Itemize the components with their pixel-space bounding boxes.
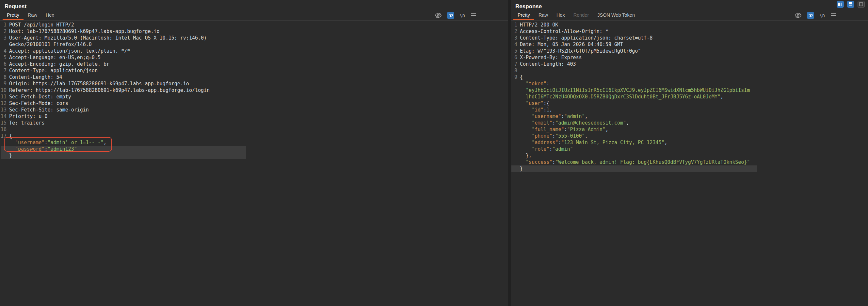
request-panel: Request Pretty Raw Hex bbox=[0, 0, 508, 306]
code-line: 4Accept: application/json, text/plain, *… bbox=[1, 48, 508, 54]
line-number bbox=[512, 152, 520, 159]
line-number: 13 bbox=[1, 107, 9, 113]
code-line: 10Referer: https://lab-1767588280691-k69… bbox=[1, 87, 508, 93]
line-number bbox=[512, 93, 520, 100]
line-number bbox=[1, 139, 9, 146]
response-tab-render: Render bbox=[569, 10, 593, 20]
code-line: 1POST /api/login HTTP/2 bbox=[1, 22, 508, 28]
line-number: 5 bbox=[1, 54, 9, 61]
code-line: "id":1, bbox=[512, 107, 868, 113]
code-line: 8 bbox=[512, 67, 868, 74]
code-line: 1HTTP/2 200 OK bbox=[512, 22, 868, 28]
request-editor[interactable]: 1POST /api/login HTTP/22Host: lab-176758… bbox=[0, 21, 508, 306]
code-line: 17{ bbox=[1, 133, 508, 139]
line-number: 2 bbox=[1, 28, 9, 35]
line-number: 9 bbox=[512, 74, 520, 80]
line-number bbox=[512, 139, 520, 146]
layout-stacked-icon[interactable] bbox=[858, 1, 865, 8]
layout-columns-icon[interactable] bbox=[837, 1, 844, 8]
pane-divider[interactable] bbox=[508, 0, 511, 306]
line-number: 7 bbox=[512, 61, 520, 67]
line-number bbox=[512, 107, 520, 113]
newline-toggle[interactable]: \n bbox=[819, 13, 825, 18]
code-line: "username":"admin", bbox=[512, 113, 868, 120]
menu-icon[interactable] bbox=[470, 12, 477, 19]
code-line: 15Te: trailers bbox=[1, 120, 508, 126]
code-line: "token": bbox=[512, 80, 868, 87]
soft-wrap-icon[interactable] bbox=[447, 12, 454, 19]
http-message-viewer: Request Pretty Raw Hex bbox=[0, 0, 868, 306]
code-line: 6Accept-Encoding: gzip, deflate, br bbox=[1, 61, 508, 67]
line-number bbox=[1, 146, 9, 152]
line-number bbox=[512, 146, 520, 152]
code-line: } bbox=[512, 165, 868, 172]
response-tab-json-web-token[interactable]: JSON Web Token bbox=[593, 10, 639, 20]
line-number: 7 bbox=[1, 67, 9, 74]
line-number: 12 bbox=[1, 100, 9, 107]
code-line: 13Sec-Fetch-Site: same-origin bbox=[1, 107, 508, 113]
code-line: "username":"admin' or 1=1-- -", bbox=[1, 139, 508, 146]
request-tabbar: Pretty Raw Hex bbox=[0, 10, 508, 21]
code-line: 4Date: Mon, 05 Jan 2026 04:46:59 GMT bbox=[512, 41, 868, 48]
code-line: 9{ bbox=[512, 74, 868, 80]
response-panel: Response Pretty Raw Hex Render JSON Web … bbox=[511, 0, 868, 306]
code-line: 14Priority: u=0 bbox=[1, 113, 508, 120]
response-tab-pretty[interactable]: Pretty bbox=[514, 10, 534, 20]
code-line: 16 bbox=[1, 126, 508, 133]
request-tab-pretty[interactable]: Pretty bbox=[3, 10, 24, 20]
line-number: 6 bbox=[1, 61, 9, 67]
line-number: 9 bbox=[1, 80, 9, 87]
code-line: 7Content-Length: 403 bbox=[512, 61, 868, 67]
line-number bbox=[512, 159, 520, 165]
line-number: 8 bbox=[1, 74, 9, 80]
line-number: 1 bbox=[512, 22, 520, 28]
line-number: 4 bbox=[512, 41, 520, 48]
request-tab-raw[interactable]: Raw bbox=[24, 10, 41, 20]
code-line: 7Content-Type: application/json bbox=[1, 67, 508, 74]
line-number bbox=[512, 87, 520, 93]
code-line: "password":"admin123" bbox=[1, 146, 508, 152]
response-editor[interactable]: 1HTTP/2 200 OK2Access-Control-Allow-Orig… bbox=[511, 21, 868, 306]
line-number: 10 bbox=[1, 87, 9, 93]
code-line: 3Content-Type: application/json; charset… bbox=[512, 35, 868, 41]
line-number: 14 bbox=[1, 113, 9, 120]
response-tab-raw[interactable]: Raw bbox=[534, 10, 552, 20]
code-line: "success":"Welcome back, admin! Flag: bu… bbox=[512, 159, 868, 165]
code-line: Gecko/20100101 Firefox/146.0 bbox=[1, 41, 508, 48]
response-title: Response bbox=[511, 0, 868, 10]
layout-controls bbox=[837, 1, 865, 8]
hide-highlights-icon[interactable] bbox=[795, 12, 802, 19]
code-line: 2Access-Control-Allow-Origin: * bbox=[512, 28, 868, 35]
code-line: 12Sec-Fetch-Mode: cors bbox=[1, 100, 508, 107]
line-number bbox=[512, 100, 520, 107]
line-number bbox=[512, 165, 520, 172]
request-title: Request bbox=[0, 0, 508, 10]
line-number bbox=[512, 120, 520, 126]
line-number: 6 bbox=[512, 54, 520, 61]
line-number: 3 bbox=[1, 35, 9, 41]
line-number bbox=[512, 80, 520, 87]
code-line: "eyJhbGciOiJIUzI1NiIsInR5cCI6IkpXVCJ9.ey… bbox=[512, 87, 868, 93]
line-number bbox=[512, 126, 520, 133]
code-line: "email":"admin@cheesedoesit.com", bbox=[512, 120, 868, 126]
code-line: 9Origin: https://lab-1767588280691-k69p4… bbox=[1, 80, 508, 87]
response-tab-hex[interactable]: Hex bbox=[552, 10, 569, 20]
code-line: 3User-Agent: Mozilla/5.0 (Macintosh; Int… bbox=[1, 35, 508, 41]
newline-toggle[interactable]: \n bbox=[460, 13, 465, 18]
soft-wrap-icon[interactable] bbox=[807, 12, 814, 19]
code-line: }, bbox=[512, 152, 868, 159]
line-number: 5 bbox=[512, 48, 520, 54]
menu-icon[interactable] bbox=[830, 12, 837, 19]
line-number: 4 bbox=[1, 48, 9, 54]
request-tab-hex[interactable]: Hex bbox=[41, 10, 58, 20]
hide-highlights-icon[interactable] bbox=[435, 12, 442, 19]
code-line: "role":"admin" bbox=[512, 146, 868, 152]
layout-rows-icon[interactable] bbox=[847, 1, 854, 8]
code-line: "phone":"555-0100", bbox=[512, 133, 868, 139]
line-number: 17 bbox=[1, 133, 9, 139]
code-line: 11Sec-Fetch-Dest: empty bbox=[1, 93, 508, 100]
response-tabbar: Pretty Raw Hex Render JSON Web Token bbox=[511, 10, 868, 21]
code-line: 2Host: lab-1767588280691-k69p47.labs-app… bbox=[1, 28, 508, 35]
line-number: 1 bbox=[1, 22, 9, 28]
code-line: } bbox=[1, 152, 508, 159]
